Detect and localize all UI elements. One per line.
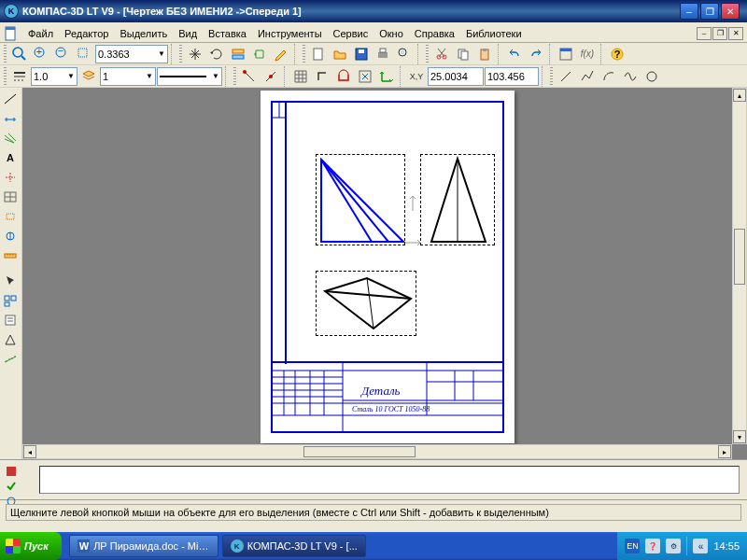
mdi-restore-button[interactable]: ❐: [712, 27, 727, 40]
tool-param-icon[interactable]: [0, 227, 21, 245]
print-icon[interactable]: [373, 44, 393, 64]
tool-dim-icon[interactable]: [0, 109, 21, 128]
toolbar-grip[interactable]: [233, 67, 236, 86]
prop-stop-icon[interactable]: [4, 464, 19, 479]
menu-select[interactable]: Выделить: [114, 26, 173, 41]
tool-projection-icon[interactable]: [0, 330, 21, 349]
local-cs-icon[interactable]: [376, 66, 397, 87]
zoom-window-icon[interactable]: [74, 44, 94, 64]
menu-service[interactable]: Сервис: [328, 26, 374, 41]
scroll-down-button[interactable]: ▾: [733, 430, 746, 443]
layer-icon[interactable]: [78, 66, 99, 87]
new-icon[interactable]: [308, 44, 329, 64]
minimize-button[interactable]: –: [680, 3, 698, 20]
menu-window[interactable]: Окно: [374, 26, 409, 41]
undo-icon[interactable]: [504, 44, 525, 64]
props-icon[interactable]: [556, 44, 576, 64]
grid-icon[interactable]: [290, 66, 311, 87]
tool-axes-icon[interactable]: [0, 168, 21, 187]
menu-libs[interactable]: Библиотеки: [460, 26, 528, 41]
tool-edit-icon[interactable]: [0, 207, 21, 226]
toolbar-grip[interactable]: [303, 45, 305, 63]
scale-combo[interactable]: 1.0▼: [31, 67, 78, 86]
coord-y-input[interactable]: 103.456: [485, 67, 539, 86]
vscroll-thumb[interactable]: [734, 229, 745, 285]
menu-file[interactable]: Файл: [22, 26, 59, 41]
toolbar-grip[interactable]: [4, 45, 7, 63]
menu-view[interactable]: Вид: [173, 26, 203, 41]
zoom-fit-icon[interactable]: [9, 44, 30, 64]
taskbar-item-kompas[interactable]: K КОМПАС-3D LT V9 - [...: [222, 535, 366, 557]
menu-help[interactable]: Справка: [409, 26, 460, 41]
preview-icon[interactable]: [394, 44, 415, 64]
tool-select-icon[interactable]: [0, 272, 21, 290]
redraw-icon[interactable]: [249, 44, 270, 64]
redo-icon[interactable]: [526, 44, 546, 64]
tool-text-icon[interactable]: A: [0, 148, 21, 167]
snap-mid-icon[interactable]: [261, 66, 281, 87]
start-button[interactable]: Пуск: [0, 532, 62, 560]
tool-measure-icon[interactable]: [0, 246, 21, 265]
restore-button[interactable]: ❐: [700, 3, 719, 20]
property-input[interactable]: [39, 466, 740, 494]
tool-spec-icon[interactable]: [0, 311, 21, 329]
prop-apply-icon[interactable]: [4, 479, 19, 494]
toolbar-grip[interactable]: [426, 45, 429, 63]
edit-icon[interactable]: [271, 44, 291, 64]
layers-icon[interactable]: [228, 44, 248, 64]
line-icon[interactable]: [556, 66, 576, 87]
scroll-right-button[interactable]: ▸: [718, 445, 731, 458]
scroll-up-button[interactable]: ▴: [733, 89, 746, 102]
cut-icon[interactable]: [431, 44, 452, 64]
param-icon[interactable]: [355, 66, 375, 87]
close-button[interactable]: ✕: [721, 3, 740, 20]
paste-icon[interactable]: [474, 44, 495, 64]
lang-indicator[interactable]: EN: [625, 539, 640, 553]
rotate-icon[interactable]: [206, 44, 227, 64]
menu-edit[interactable]: Редактор: [59, 26, 114, 41]
snap-end-icon[interactable]: [239, 66, 260, 87]
tray-icon-2[interactable]: ⚙: [666, 539, 681, 553]
zoom-out-icon[interactable]: −: [52, 44, 73, 64]
snap-icon[interactable]: [333, 66, 354, 87]
pan-icon[interactable]: [185, 44, 205, 64]
tool-table-icon[interactable]: [0, 188, 21, 206]
zoom-in-icon[interactable]: +: [31, 44, 51, 64]
tool-line-icon[interactable]: [0, 90, 21, 108]
toolbar-grip[interactable]: [179, 45, 182, 63]
circle-icon[interactable]: [641, 66, 662, 87]
toolbar-grip[interactable]: [550, 67, 553, 86]
xy-icon[interactable]: X,Y: [406, 66, 427, 87]
menu-tools[interactable]: Инструменты: [252, 26, 328, 41]
mdi-minimize-button[interactable]: –: [697, 27, 712, 40]
taskbar-item-word[interactable]: W ЛР Пирамида.doc - Micr...: [69, 535, 218, 557]
style-icon[interactable]: [9, 66, 30, 87]
tray-icon-1[interactable]: ❓: [645, 539, 660, 553]
tool-surface-icon[interactable]: [0, 350, 21, 369]
hscroll-thumb[interactable]: [303, 446, 416, 457]
zoom-combo[interactable]: 0.3363▼: [95, 45, 168, 63]
help-icon[interactable]: ?: [607, 44, 627, 64]
clock[interactable]: 14:55: [713, 540, 740, 552]
vertical-scrollbar[interactable]: ▴ ▾: [732, 88, 747, 444]
menu-insert[interactable]: Вставка: [203, 26, 252, 41]
layer-combo[interactable]: 1▼: [100, 67, 156, 86]
coord-x-input[interactable]: 25.0034: [428, 67, 484, 86]
toolbar-grip[interactable]: [4, 67, 7, 86]
ortho-icon[interactable]: [312, 66, 332, 87]
linetype-combo[interactable]: ▼: [157, 67, 222, 86]
copy-icon[interactable]: [453, 44, 473, 64]
drawing-canvas[interactable]: Деталь Сталь 10 ГОСТ 1050-88: [22, 88, 732, 444]
open-icon[interactable]: [330, 44, 350, 64]
polyline-icon[interactable]: [577, 66, 598, 87]
tool-hatch-icon[interactable]: [0, 129, 21, 147]
arc-icon[interactable]: [599, 66, 619, 87]
tray-expand-icon[interactable]: «: [693, 539, 708, 553]
spline-icon[interactable]: [620, 66, 641, 87]
scroll-left-button[interactable]: ◂: [23, 445, 36, 458]
mdi-close-button[interactable]: ✕: [728, 27, 743, 40]
tool-views-icon[interactable]: [0, 291, 21, 310]
horizontal-scrollbar[interactable]: ◂ ▸: [22, 444, 732, 459]
fx-icon[interactable]: f(x): [577, 44, 598, 64]
save-icon[interactable]: [351, 44, 372, 64]
